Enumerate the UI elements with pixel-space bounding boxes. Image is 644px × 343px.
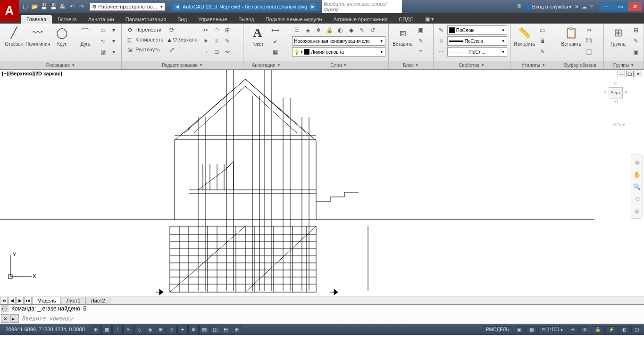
layout-first-icon[interactable]: ⏮: [0, 297, 8, 304]
otrack-icon[interactable]: ⊕: [156, 325, 166, 334]
layer-state-combo[interactable]: Несохраненная конфигурация сло▼: [292, 36, 385, 46]
qat-undo-icon[interactable]: ↶: [68, 2, 76, 11]
tab-manage[interactable]: Управление: [192, 15, 233, 24]
qat-open-icon[interactable]: 📂: [30, 2, 39, 11]
line-button[interactable]: ╱Отрезок: [3, 25, 25, 47]
workspace-combo[interactable]: ⚙ Рабочее пространство... ▾: [90, 3, 165, 11]
match-prop-icon[interactable]: ✎: [436, 25, 446, 35]
signin-button[interactable]: 👤 Вход в службы ▾: [525, 4, 572, 10]
qp-icon[interactable]: ◫: [210, 325, 220, 334]
tab-insert[interactable]: Вставка: [52, 15, 83, 24]
groupedit-icon[interactable]: ✎: [631, 36, 641, 46]
cmd-prompt-icon[interactable]: ▸_: [10, 314, 19, 323]
ltype-combo[interactable]: ПоСл...▼: [447, 47, 507, 57]
rect-icon[interactable]: ▭: [98, 25, 108, 35]
qview2-icon[interactable]: ▦: [526, 326, 537, 333]
isolate-icon[interactable]: ◐: [619, 326, 630, 333]
panel-clip-title[interactable]: Буфер обмена: [557, 61, 603, 69]
explode-icon[interactable]: ✷: [201, 36, 210, 46]
layer-match-icon[interactable]: ✎: [357, 25, 367, 35]
tab-home[interactable]: Главная: [21, 15, 52, 24]
sc-icon[interactable]: ⊟: [221, 325, 231, 334]
insert-block-button[interactable]: ⧈Вставить: [392, 25, 414, 47]
layer-off-icon[interactable]: ◐: [335, 25, 345, 35]
cut-icon[interactable]: ✂: [585, 25, 594, 35]
layer-prev-icon[interactable]: ↺: [368, 25, 377, 35]
tab-extra-icon[interactable]: ▣ ▾: [419, 15, 440, 24]
3dosnap-icon[interactable]: ◈: [145, 325, 155, 334]
stretch-button[interactable]: ⇲Растянуть: [125, 45, 165, 54]
ungroup-icon[interactable]: ⊟: [631, 25, 641, 35]
tab-layout1[interactable]: Лист1: [61, 297, 85, 304]
minimize-button[interactable]: —: [599, 2, 613, 11]
grid-icon[interactable]: ▦: [101, 325, 112, 334]
lweight-combo[interactable]: ПоСлою▼: [447, 36, 507, 46]
copy-button[interactable]: ⿻Копировать: [125, 35, 165, 44]
offset-icon[interactable]: ≡: [212, 36, 221, 46]
leader-icon[interactable]: ↙: [271, 36, 280, 46]
rotate-button[interactable]: ⟳: [167, 25, 199, 34]
layout-next-icon[interactable]: ▶: [16, 297, 24, 304]
layer-prop-icon[interactable]: ☰: [292, 25, 301, 35]
search-icon[interactable]: 🔎: [515, 4, 522, 10]
drawing-area[interactable]: [−][Верхняя][2D каркас] — ▢ ✕ С ЗВерхВ Ю…: [0, 70, 644, 296]
layer-freeze-icon[interactable]: ❄: [314, 25, 323, 35]
erase-icon[interactable]: ✎: [223, 36, 232, 46]
dropdown-icon[interactable]: ▾: [109, 25, 118, 35]
snap-icon[interactable]: ⊞: [91, 325, 101, 334]
exchange-icon[interactable]: ✕: [575, 4, 579, 10]
cmd-close-icon[interactable]: ✕: [1, 314, 9, 323]
maximize-button[interactable]: ▭: [613, 2, 627, 11]
lwt-icon[interactable]: ≡: [188, 325, 199, 334]
layout-last-icon[interactable]: ⏭: [24, 297, 32, 304]
quickcalc-icon[interactable]: 🖩: [538, 36, 547, 46]
qat-new-icon[interactable]: ▢: [21, 2, 29, 11]
tab-output[interactable]: Вывод: [233, 15, 259, 24]
dropdown-icon[interactable]: ▾: [109, 47, 118, 57]
break-icon[interactable]: ⊟: [212, 47, 221, 57]
dropdown-icon[interactable]: ▾: [109, 36, 118, 46]
annoscale-chip[interactable]: ⚖ 1:100 ▾: [538, 326, 566, 333]
tab-layout2[interactable]: Лист2: [86, 297, 110, 304]
copy2-icon[interactable]: ⿻: [585, 36, 594, 46]
polyline-button[interactable]: 〰Полилиния: [26, 25, 49, 47]
panel-modify-title[interactable]: Редактирование▼: [122, 61, 243, 69]
panel-block-title[interactable]: Блок▼: [389, 61, 433, 69]
coordinates[interactable]: -209941.6899, 71830.4234, 0.0000: [0, 327, 89, 332]
text-button[interactable]: AТекст: [246, 25, 269, 47]
tab-apps[interactable]: Активные приложения: [327, 15, 393, 24]
toolbar-lock-icon[interactable]: 🔒: [592, 326, 604, 333]
layer-iso-icon[interactable]: ◈: [303, 25, 312, 35]
paste2-icon[interactable]: 📋: [585, 47, 594, 57]
ltype-icon[interactable]: ⋯: [436, 47, 446, 57]
qat-redo-icon[interactable]: ↷: [77, 2, 86, 11]
tab-parametric[interactable]: Параметризация: [120, 15, 172, 24]
attr-icon[interactable]: ≡: [416, 47, 426, 57]
edit-block-icon[interactable]: ✎: [416, 36, 426, 46]
spline-icon[interactable]: ∿: [98, 36, 108, 46]
ws-switch-icon[interactable]: ⚙: [579, 326, 590, 333]
cmd-grip-icon[interactable]: ⋮⋮: [1, 305, 8, 312]
panel-utils-title[interactable]: Утилиты▼: [510, 61, 557, 69]
ortho-icon[interactable]: ⊥: [112, 325, 123, 334]
tab-annotate[interactable]: Аннотации: [83, 15, 120, 24]
layer-make-icon[interactable]: ◆: [346, 25, 356, 35]
tab-plugins[interactable]: Подключаемые модули: [260, 15, 328, 24]
hatch-icon[interactable]: ▨: [98, 47, 108, 57]
polar-icon[interactable]: ✳: [123, 325, 134, 334]
history-fwd-icon[interactable]: ▶: [309, 3, 316, 10]
measure-button[interactable]: 📏Измерить: [513, 25, 536, 47]
am-icon[interactable]: ⊞: [232, 325, 242, 334]
qat-saveas-icon[interactable]: 💾: [49, 2, 58, 11]
scale-button[interactable]: ⤢: [167, 45, 199, 54]
qat-save-icon[interactable]: 💾: [40, 2, 48, 11]
panel-groups-title[interactable]: Группы▼: [604, 61, 644, 69]
circle-button[interactable]: ◯Круг: [51, 25, 73, 47]
move-button[interactable]: ✥Перенести: [125, 25, 165, 34]
panel-layers-title[interactable]: Слои▼: [289, 61, 388, 69]
layout-prev-icon[interactable]: ◀: [8, 297, 16, 304]
dim-icon[interactable]: ⟷: [271, 25, 280, 35]
tab-model[interactable]: Модель: [32, 297, 61, 304]
trim-icon[interactable]: ✂: [201, 25, 210, 35]
modelspace-chip[interactable]: РМОДЕЛЬ: [483, 326, 512, 333]
